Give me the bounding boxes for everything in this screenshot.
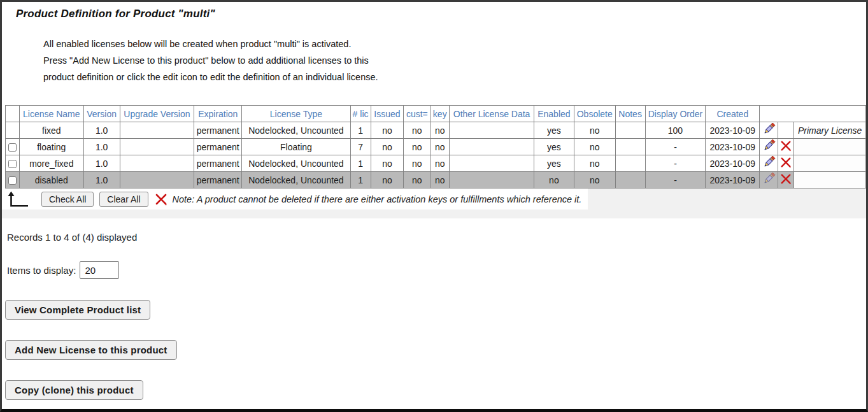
delete-icon[interactable] (780, 173, 792, 185)
cell-created: 2023-10-09 (706, 172, 760, 188)
product-definition-page: { "page": { "title": "Product Definition… (0, 0, 868, 412)
cell-num-lic: 1 (350, 122, 371, 139)
cell-version: 1.0 (83, 172, 120, 188)
clear-all-button[interactable]: Clear All (99, 192, 148, 207)
x-icon-glyph (780, 140, 792, 152)
column-header-expiration[interactable]: Expiration (194, 106, 242, 122)
cell-license-name: more_fixed (19, 155, 83, 172)
cell-key: no (430, 122, 450, 139)
cell-created: 2023-10-09 (706, 139, 760, 155)
header-row: License Name Version Upgrade Version Exp… (6, 106, 866, 122)
cell-version: 1.0 (83, 122, 120, 139)
cell-expiration: permanent (194, 139, 242, 155)
check-all-button[interactable]: Check All (41, 192, 94, 207)
cell-edit (760, 122, 778, 139)
row-checkbox[interactable] (8, 143, 17, 152)
column-header-created[interactable]: Created (706, 106, 760, 122)
cell-enabled: yes (534, 139, 574, 155)
edit-icon[interactable] (762, 139, 776, 152)
column-header-license-type[interactable]: License Type (242, 106, 350, 122)
cell-other-license-data (450, 139, 534, 155)
cell-issued: no (371, 155, 404, 172)
x-icon-glyph (780, 173, 792, 185)
cell-issued: no (371, 172, 404, 188)
edit-icon[interactable] (762, 156, 776, 169)
cell-key: no (430, 139, 450, 155)
column-header-other-license-data[interactable]: Other License Data (450, 106, 534, 122)
cell-num-lic: 1 (350, 155, 371, 172)
cell-notes (615, 139, 645, 155)
view-complete-product-list-button[interactable]: View Complete Product list (5, 300, 150, 320)
select-column-header (6, 106, 20, 122)
pencil-icon-glyph (762, 123, 776, 136)
column-header-notes[interactable]: Notes (615, 106, 645, 122)
column-header-upgrade-version[interactable]: Upgrade Version (120, 106, 194, 122)
cell-notes (615, 172, 645, 188)
items-to-display-label: Items to display: (7, 265, 76, 276)
cell-num-lic: 1 (350, 172, 371, 188)
row-checkbox[interactable] (8, 160, 17, 168)
x-icon-glyph (780, 157, 792, 168)
column-header-cust[interactable]: cust= (404, 106, 430, 122)
cell-license-type: Nodelocked, Uncounted (242, 155, 350, 172)
table-footer-band: Check All Clear All Note: A product cann… (2, 188, 866, 218)
column-header-num-lic[interactable]: # lic (350, 106, 371, 122)
cell-key: no (430, 155, 450, 172)
table-row: more_fixed1.0permanentNodelocked, Uncoun… (6, 155, 866, 172)
delete-icon[interactable] (780, 157, 792, 168)
column-header-issued[interactable]: Issued (371, 106, 404, 122)
pencil-icon-glyph (762, 173, 776, 185)
table-row: disabled1.0permanentNodelocked, Uncounte… (6, 172, 866, 188)
cell-created: 2023-10-09 (706, 155, 760, 172)
edit-icon[interactable] (762, 173, 776, 185)
cell-license-name: floating (19, 139, 83, 155)
cell-license-name: fixed (19, 122, 83, 139)
cell-delete (778, 139, 794, 155)
table-row: floating1.0permanentFloating7nononoyesno… (6, 139, 866, 155)
cell-cust: no (404, 172, 430, 188)
cell-expiration: permanent (194, 172, 242, 188)
cell-obsolete: no (574, 172, 615, 188)
primary-license-label: Primary License (794, 122, 866, 139)
column-header-key[interactable]: key (430, 106, 450, 122)
items-to-display-row: Items to display: (7, 261, 866, 279)
row-select-cell (6, 139, 20, 155)
cell-other-license-data (450, 122, 534, 139)
column-header-enabled[interactable]: Enabled (534, 106, 574, 122)
cell-upgrade-version (120, 139, 194, 155)
cell-enabled: yes (534, 122, 574, 139)
table-row: fixed1.0permanentNodelocked, Uncounted1n… (6, 122, 866, 139)
row-select-cell (6, 122, 20, 139)
cell-edit (760, 139, 778, 155)
row-select-cell (6, 155, 20, 172)
table-footer-row: Check All Clear All Note: A product cann… (2, 188, 588, 210)
column-header-obsolete[interactable]: Obsolete (574, 106, 615, 122)
cell-license-type: Nodelocked, Uncounted (242, 122, 350, 139)
checkbox-column-arrow-icon (7, 191, 29, 208)
delete-legend-x-icon (155, 193, 167, 206)
cell-enabled: yes (534, 155, 574, 172)
cell-delete (778, 172, 794, 188)
cell-obsolete: no (574, 139, 615, 155)
cell-enabled: no (534, 172, 574, 188)
copy-clone-product-button[interactable]: Copy (clone) this product (5, 380, 143, 400)
row-checkbox[interactable] (8, 176, 17, 185)
items-to-display-input[interactable] (80, 261, 119, 279)
license-table: License Name Version Upgrade Version Exp… (5, 105, 866, 188)
add-new-license-button[interactable]: Add New License to this product (5, 340, 177, 360)
delete-icon[interactable] (780, 140, 792, 152)
primary-license-empty-cell (794, 155, 866, 172)
cell-cust: no (404, 139, 430, 155)
cell-notes (615, 122, 645, 139)
cell-display-order: 100 (645, 122, 706, 139)
intro-line: All enabled licenses below will be creat… (43, 36, 866, 52)
column-header-version[interactable]: Version (83, 106, 120, 122)
cell-expiration: permanent (194, 155, 242, 172)
cell-display-order: - (645, 172, 706, 188)
primary-license-empty-cell (794, 172, 866, 188)
column-header-display-order[interactable]: Display Order (645, 106, 706, 122)
edit-icon[interactable] (762, 123, 776, 136)
actions-column-header (760, 106, 866, 122)
column-header-license-name[interactable]: License Name (19, 106, 83, 122)
pencil-icon-glyph (762, 156, 776, 169)
